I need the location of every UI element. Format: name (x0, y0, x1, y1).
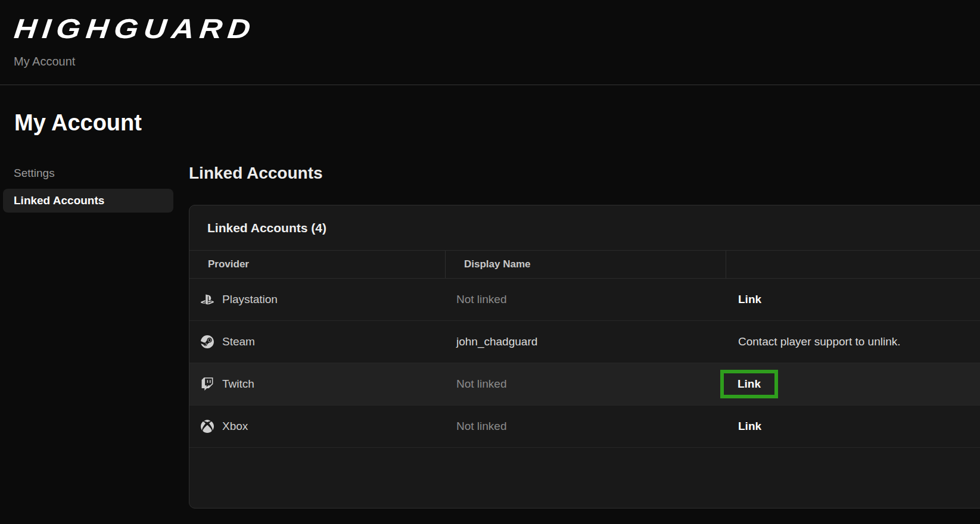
unlink-support-note: Contact player support to unlink. (738, 335, 901, 348)
top-header: HIGHGUARD My Account (0, 0, 980, 85)
xbox-icon (201, 420, 214, 433)
main-area: My Account Settings Linked Accounts Link… (0, 111, 980, 509)
columns-layout: Settings Linked Accounts Linked Accounts… (0, 164, 980, 509)
display-name-cell: Not linked (445, 279, 726, 320)
table-row-playstation: Playstation Not linked Link (189, 279, 980, 321)
highlight-box: Link (720, 370, 778, 398)
content-area: Linked Accounts Linked Accounts (4) Prov… (189, 164, 980, 509)
action-cell: Link (726, 406, 980, 447)
provider-cell: Twitch (189, 363, 445, 405)
action-cell: Link (726, 363, 980, 405)
sidebar-item-settings[interactable]: Settings (3, 164, 173, 182)
link-button-twitch[interactable]: Link (738, 378, 761, 391)
highguard-logo[interactable]: HIGHGUARD (13, 14, 257, 42)
display-name-value: Not linked (456, 378, 507, 391)
table-row-twitch: Twitch Not linked Link (189, 363, 980, 406)
page-title: My Account (14, 111, 980, 134)
provider-name: Twitch (222, 378, 254, 391)
display-name-cell: Not linked (445, 406, 726, 447)
provider-cell: Xbox (189, 406, 445, 447)
display-name-value: john_chadguard (456, 335, 537, 348)
card-footer-space (189, 448, 980, 508)
provider-cell: Playstation (189, 279, 445, 320)
twitch-icon (201, 378, 214, 391)
link-button-playstation[interactable]: Link (738, 293, 761, 306)
playstation-icon (201, 293, 214, 306)
provider-name: Xbox (222, 420, 248, 433)
app-root: HIGHGUARD My Account My Account Settings… (0, 0, 980, 509)
linked-accounts-card: Linked Accounts (4) Provider Display Nam… (189, 205, 980, 509)
sidebar: Settings Linked Accounts (0, 164, 189, 509)
provider-cell: Steam (189, 321, 445, 363)
column-header-actions (726, 251, 980, 278)
column-header-provider: Provider (189, 251, 445, 278)
provider-name: Playstation (222, 293, 278, 306)
card-header: Linked Accounts (4) (189, 205, 980, 251)
steam-icon (201, 335, 214, 348)
display-name-value: Not linked (456, 420, 507, 433)
action-cell: Contact player support to unlink. (726, 321, 980, 363)
column-header-display-name: Display Name (445, 251, 726, 278)
table-row-steam: Steam john_chadguard Contact player supp… (189, 321, 980, 363)
provider-name: Steam (222, 335, 255, 348)
sidebar-item-linked-accounts[interactable]: Linked Accounts (3, 189, 173, 213)
display-name-value: Not linked (456, 293, 507, 306)
card-title: Linked Accounts (4) (207, 221, 326, 235)
action-cell: Link (726, 279, 980, 320)
header-subtitle: My Account (14, 55, 75, 68)
table-row-xbox: Xbox Not linked Link (189, 406, 980, 448)
link-button-xbox[interactable]: Link (738, 420, 761, 433)
display-name-cell: john_chadguard (445, 321, 726, 363)
display-name-cell: Not linked (445, 363, 726, 405)
table-header-row: Provider Display Name (189, 251, 980, 279)
section-heading: Linked Accounts (189, 164, 980, 182)
